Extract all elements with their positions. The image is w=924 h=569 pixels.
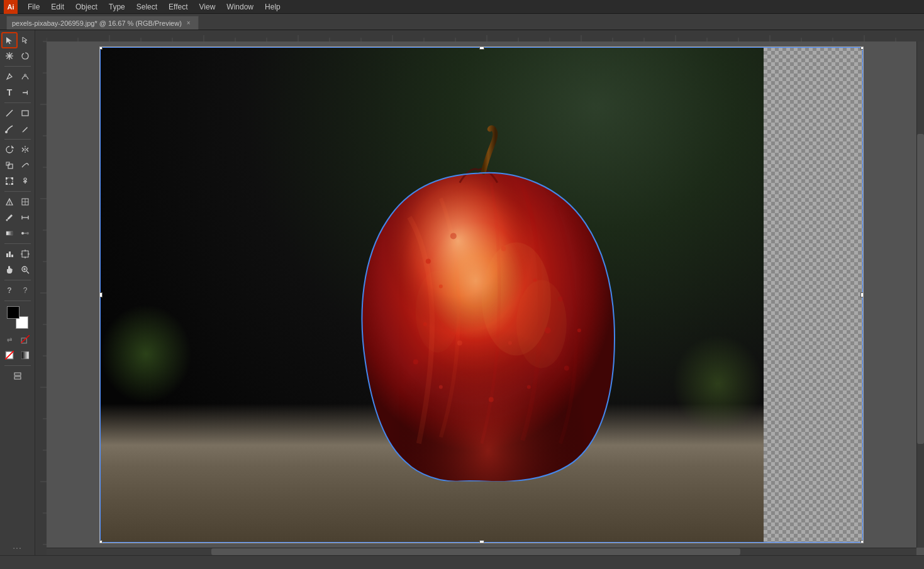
svg-point-30 (26, 232, 29, 235)
handle-bottom-right[interactable] (860, 540, 864, 543)
handle-top-center[interactable] (479, 47, 484, 50)
type-tool[interactable]: T (2, 85, 17, 100)
svg-point-103 (425, 258, 430, 263)
handle-middle-left[interactable] (99, 292, 103, 297)
artboard-tool[interactable] (18, 246, 33, 262)
tool-row-1 (0, 33, 35, 48)
svg-line-41 (27, 272, 30, 274)
direct-select-tool[interactable] (18, 33, 33, 48)
svg-point-117 (564, 365, 569, 370)
vertical-scrollbar[interactable] (916, 30, 924, 548)
svg-rect-35 (22, 251, 28, 257)
svg-line-6 (6, 110, 13, 116)
gradient-tool[interactable] (2, 226, 17, 241)
more-tools-button[interactable]: ··· (13, 543, 22, 553)
handle-bottom-center[interactable] (479, 540, 484, 543)
reflect-tool[interactable] (18, 142, 33, 157)
measure-tool[interactable] (18, 210, 33, 225)
svg-line-45 (21, 335, 30, 343)
mesh-tool[interactable] (18, 194, 33, 209)
puppet-warp-tool[interactable] (18, 174, 33, 189)
swap-fill-stroke[interactable]: ⇄ (2, 332, 17, 347)
right-transparent-area (764, 47, 863, 543)
tool-row-11 (0, 210, 35, 225)
svg-rect-28 (6, 231, 13, 235)
svg-point-116 (526, 385, 530, 389)
rotate-tool[interactable] (2, 142, 17, 157)
hand-tool[interactable] (2, 262, 17, 277)
svg-point-17 (24, 178, 26, 180)
svg-point-29 (21, 232, 24, 235)
line-tool[interactable] (2, 106, 17, 121)
tool-divider-8 (4, 365, 31, 366)
tool-row-help: ? ? (0, 283, 35, 298)
select-tool[interactable] (2, 33, 17, 48)
zoom-tool[interactable] (18, 262, 33, 277)
help-tool-2[interactable]: ? (18, 283, 33, 298)
fill-color-box[interactable] (7, 306, 19, 319)
tool-row-13 (0, 246, 35, 262)
handle-bottom-left[interactable] (99, 540, 103, 543)
menu-select[interactable]: Select (131, 1, 162, 13)
svg-rect-7 (22, 111, 28, 116)
tool-divider-1 (4, 66, 31, 67)
svg-point-113 (413, 359, 418, 364)
lasso-tool[interactable] (18, 48, 33, 64)
tool-divider-5 (4, 243, 31, 244)
green-bokeh (100, 304, 192, 404)
menu-window[interactable]: Window (221, 1, 259, 13)
paintbrush-tool[interactable] (2, 121, 17, 136)
menu-edit[interactable]: Edit (46, 1, 69, 13)
tab-close-button[interactable]: × (187, 19, 191, 26)
eyedropper-tool[interactable] (2, 210, 17, 225)
svg-rect-50 (14, 373, 21, 375)
free-transform-tool[interactable] (2, 174, 17, 189)
document-tab[interactable]: pexels-pixabay-206959.jpg* @ 16.67 % (RG… (6, 16, 199, 30)
horizontal-scrollbar[interactable] (35, 548, 916, 555)
tool-row-9 (0, 174, 35, 189)
vertical-ruler (35, 30, 47, 555)
handle-top-left[interactable] (99, 47, 103, 50)
canvas-area[interactable] (35, 30, 924, 555)
default-fill-stroke[interactable] (18, 332, 33, 347)
tool-row-10 (0, 194, 35, 209)
bar-chart-tool[interactable] (2, 246, 17, 262)
warp-tool[interactable] (18, 158, 33, 173)
artboard[interactable] (99, 47, 864, 543)
menu-type[interactable]: Type (104, 1, 130, 13)
svg-rect-33 (9, 251, 11, 257)
tool-row-2 (0, 48, 35, 64)
menu-view[interactable]: View (194, 1, 221, 13)
v-scroll-thumb[interactable] (917, 134, 924, 445)
fill-none-button[interactable] (2, 348, 17, 363)
tool-divider-7 (4, 301, 31, 301)
tool-row-5 (0, 106, 35, 121)
pencil-tool[interactable] (18, 121, 33, 136)
svg-rect-81 (35, 30, 47, 555)
handle-middle-right[interactable] (860, 292, 864, 297)
svg-rect-10 (8, 164, 13, 168)
menu-file[interactable]: File (23, 1, 45, 13)
rectangle-tool[interactable] (18, 106, 33, 121)
layers-panel-button[interactable] (10, 368, 25, 384)
pen-tool[interactable] (2, 69, 17, 84)
scale-tool[interactable] (2, 158, 17, 173)
svg-point-109 (544, 327, 550, 333)
svg-rect-32 (6, 253, 8, 257)
curvature-tool[interactable] (18, 69, 33, 84)
help-tool[interactable]: ? (2, 283, 17, 298)
tool-row-6 (0, 121, 35, 136)
handle-top-right[interactable] (860, 47, 864, 50)
svg-point-107 (533, 278, 537, 282)
tool-row-14 (0, 262, 35, 277)
perspective-tool[interactable] (2, 194, 17, 209)
menu-help[interactable]: Help (260, 1, 286, 13)
vertical-type-tool[interactable]: T (18, 85, 33, 100)
gradient-fill-button[interactable] (18, 348, 33, 363)
magic-wand-tool[interactable] (2, 48, 17, 64)
blend-tool[interactable] (18, 226, 33, 241)
tool-divider-4 (4, 191, 31, 192)
menu-object[interactable]: Object (70, 1, 103, 13)
h-scroll-thumb[interactable] (211, 548, 740, 555)
menu-effect[interactable]: Effect (164, 1, 192, 13)
